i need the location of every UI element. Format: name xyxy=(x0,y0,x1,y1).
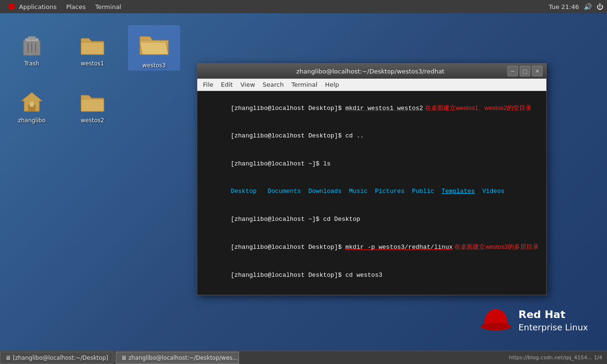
menu-edit[interactable]: Edit xyxy=(217,80,237,89)
redhat-logo: Red Hat Enterprise Linux xyxy=(479,305,588,336)
menu-help[interactable]: Help xyxy=(321,80,343,89)
taskbar-right: https://blog.csdn.net/qq_4154... 1/4 xyxy=(504,355,607,361)
westos2-label: westos2 xyxy=(81,117,104,124)
westos1-icon-img xyxy=(79,32,106,58)
wm-buttons: ─ □ ✕ xyxy=(506,66,543,76)
terminal-line-6: [zhanglibo@localhost Desktop]$ mkdir -p … xyxy=(201,233,543,262)
terminal-line-3: [zhanglibo@localhost ~]$ ls xyxy=(201,150,543,178)
svg-rect-7 xyxy=(81,42,104,55)
taskbar-terminal-icon-2: 🖥 xyxy=(121,355,127,361)
taskbar-url: https://blog.csdn.net/qq_4154... 1/4 xyxy=(509,355,602,361)
redhat-line1: Red Hat xyxy=(518,308,588,322)
svg-marker-9 xyxy=(140,42,168,55)
menu-search[interactable]: Search xyxy=(259,80,288,89)
minimize-button[interactable]: ─ xyxy=(507,66,518,76)
terminal-line-2: [zhanglibo@localhost Desktop]$ cd .. xyxy=(201,122,543,150)
close-button[interactable]: ✕ xyxy=(532,66,543,76)
applications-menu[interactable]: Applications xyxy=(4,0,61,13)
desktop-icon-westos1[interactable]: westos1 xyxy=(71,30,114,69)
desktop: Trash westos1 westos3 xyxy=(0,13,607,355)
places-menu[interactable]: Places xyxy=(61,0,90,13)
terminal-line-8: [zhanglibo@localhost westos3]$ ls xyxy=(201,289,543,295)
topbar-left: Applications Places Terminal xyxy=(4,0,126,13)
terminal-window: zhanglibo@localhost:~/Desktop/westos3/re… xyxy=(197,63,547,295)
terminal-line-7: [zhanglibo@localhost Desktop]$ cd westos… xyxy=(201,261,543,289)
taskbar-label-2: zhanglibo@localhost:~/Desktop/wes... xyxy=(129,355,238,361)
places-label: Places xyxy=(66,3,85,10)
taskbar-separator xyxy=(114,353,115,363)
svg-rect-10 xyxy=(140,41,168,42)
menu-file[interactable]: File xyxy=(199,80,217,89)
redhat-icon xyxy=(9,3,15,10)
desktop-icon-westos3[interactable]: westos3 xyxy=(128,25,180,71)
terminal-menu-bar: File Edit View Search Terminal Help xyxy=(197,79,546,91)
menu-terminal[interactable]: Terminal xyxy=(287,80,321,89)
westos1-label: westos1 xyxy=(81,60,104,67)
terminal-label: Terminal xyxy=(95,3,121,10)
desktop-icon-trash[interactable]: Trash xyxy=(10,30,53,69)
terminal-content[interactable]: [zhanglibo@localhost Desktop]$ mkdir wes… xyxy=(197,91,546,295)
desktop-icon-zhanglibo[interactable]: zhanglibo xyxy=(10,87,53,126)
westos3-icon-img xyxy=(138,27,171,60)
datetime: Tue 21:46 xyxy=(549,3,579,10)
terminal-line-4: Desktop Documents Downloads Music Pictur… xyxy=(201,178,543,206)
trash-label: Trash xyxy=(24,60,39,67)
taskbar-item-1[interactable]: 🖥 [zhanglibo@localhost:~/Desktop] xyxy=(0,352,113,364)
power-icon[interactable]: ⏻ xyxy=(597,3,603,10)
terminal-title-text: zhanglibo@localhost:~/Desktop/westos3/re… xyxy=(234,68,506,75)
westos2-icon-img xyxy=(79,89,106,115)
terminal-menu-btn[interactable]: Terminal xyxy=(91,0,126,13)
taskbar-label-1: [zhanglibo@localhost:~/Desktop] xyxy=(13,355,108,361)
westos3-label: westos3 xyxy=(142,62,166,69)
taskbar: 🖥 [zhanglibo@localhost:~/Desktop] 🖥 zhan… xyxy=(0,351,607,364)
zhanglibo-label: zhanglibo xyxy=(18,117,46,124)
svg-point-17 xyxy=(481,323,511,330)
desktop-icon-westos2[interactable]: westos2 xyxy=(71,87,114,126)
zhanglibo-icon-img xyxy=(18,89,45,115)
menu-view[interactable]: View xyxy=(237,80,259,89)
applications-label: Applications xyxy=(19,3,56,10)
trash-icon-img xyxy=(18,32,45,58)
redhat-hat-icon xyxy=(479,305,513,336)
redhat-line2: Enterprise Linux xyxy=(518,322,588,333)
topbar: Applications Places Terminal Tue 21:46 🔊… xyxy=(0,0,607,13)
terminal-titlebar: zhanglibo@localhost:~/Desktop/westos3/re… xyxy=(197,64,546,79)
svg-rect-2 xyxy=(28,36,36,39)
topbar-right: Tue 21:46 🔊 ⏻ xyxy=(549,3,603,10)
taskbar-terminal-icon-1: 🖥 xyxy=(5,355,11,361)
taskbar-item-2[interactable]: 🖥 zhanglibo@localhost:~/Desktop/wes... xyxy=(116,352,239,364)
terminal-line-5: [zhanglibo@localhost ~]$ cd Desktop xyxy=(201,205,543,233)
maximize-button[interactable]: □ xyxy=(520,66,530,76)
svg-rect-15 xyxy=(81,99,104,111)
redhat-text: Red Hat Enterprise Linux xyxy=(518,308,588,333)
terminal-line-1: [zhanglibo@localhost Desktop]$ mkdir wes… xyxy=(201,94,543,122)
svg-rect-13 xyxy=(30,102,34,107)
volume-icon[interactable]: 🔊 xyxy=(584,3,592,10)
